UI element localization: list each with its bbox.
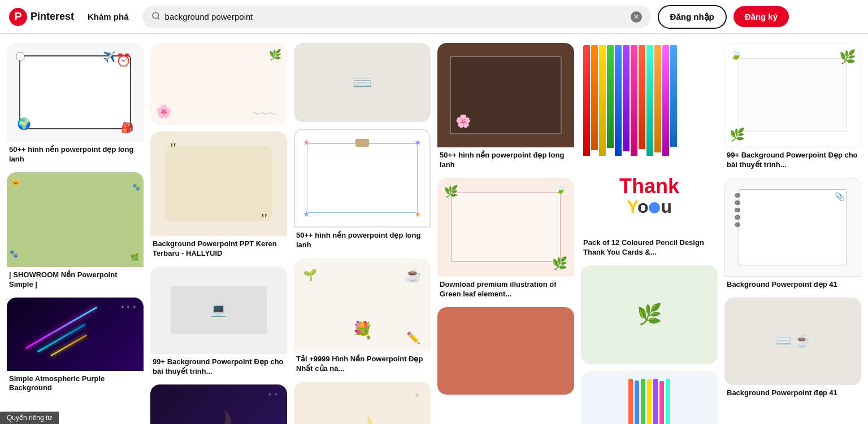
pin-card[interactable]: 🐱 🐾 🐾 🌿 | SHOWROOM Nền Powerpoint Simple…: [7, 172, 144, 291]
pin-caption: Tải +9999 Hình Nền Powerpoint Đẹp Nhất c…: [294, 351, 431, 375]
pin-caption: Pack of 12 Coloured Pencil Design Thank …: [581, 235, 718, 259]
login-button[interactable]: Đăng nhập: [658, 5, 727, 29]
pin-caption: 99+ Background Powerpoint Đẹp cho bài th…: [724, 147, 861, 171]
pin-card[interactable]: ⌨️ ☕ Background Powerpoint đẹp 41: [724, 298, 861, 399]
search-input[interactable]: [165, 12, 626, 21]
pin-caption: 50++ hình nền powerpoint đẹp long lanh: [294, 228, 431, 251]
pin-caption: 50++ hình nền powerpoint đẹp long lanh: [7, 142, 144, 165]
explore-link[interactable]: Khám phá: [81, 7, 136, 26]
pin-caption: Simple Atmospheric Purple Background: [7, 371, 144, 395]
pin-card[interactable]: ⏰ ✈️ 🌍 🎒 50++ hình nền powerpoint đẹp lo…: [7, 43, 144, 165]
pin-card[interactable]: 🌸 50++ hình nền powerpoint đẹp long lanh: [437, 43, 574, 171]
search-bar: ✕: [142, 6, 651, 28]
search-icon: [151, 11, 160, 23]
pin-card[interactable]: 📎 Background Powerpoint đẹp 41: [724, 178, 861, 291]
pinterest-logo[interactable]: P Pinterest: [9, 8, 74, 26]
pin-card[interactable]: 🌙 ✦ ✦✦: [294, 382, 431, 424]
pin-caption: | SHOWROOM Nền Powerpoint Simple |: [7, 267, 144, 291]
pin-card[interactable]: [437, 307, 574, 395]
svg-line-1: [158, 18, 159, 19]
pin-caption: 50++ hình nền powerpoint đẹp long lanh: [437, 147, 574, 171]
pin-card[interactable]: " " Background Powerpoint PPT Keren Terb…: [150, 132, 287, 260]
pinterest-icon: P: [9, 8, 27, 26]
pin-card[interactable]: ⌨️: [294, 43, 431, 122]
pin-caption: 99+ Background Powerpoint Đẹp cho bài th…: [150, 354, 287, 378]
pinterest-brand-name: Pinterest: [31, 11, 74, 23]
pin-grid: ⏰ ✈️ 🌍 🎒 50++ hình nền powerpoint đẹp lo…: [7, 43, 861, 424]
pin-card[interactable]: 🌿 🌿 🍃 99+ Background Powerpoint Đẹp cho …: [724, 43, 861, 171]
header: P Pinterest Khám phá ✕ Đăng nhập Đăng ký: [0, 0, 868, 34]
main-content: ⏰ ✈️ 🌍 🎒 50++ hình nền powerpoint đẹp lo…: [0, 34, 868, 424]
pin-caption: Background Powerpoint PPT Keren Terbaru …: [150, 236, 287, 260]
svg-point-0: [153, 12, 159, 19]
pin-card[interactable]: 💻 99+ Background Powerpoint Đẹp cho bài …: [150, 266, 287, 378]
pin-card[interactable]: [581, 371, 718, 424]
register-button[interactable]: Đăng ký: [734, 6, 789, 27]
pin-card[interactable]: 🌸 🌿 〜〜〜: [150, 43, 287, 125]
pin-card[interactable]: Thank You Pack of 12 Coloured Pencil Des…: [581, 43, 718, 259]
pin-card[interactable]: ✦ ✦ ✦ Simple Atmospheric Purple Backgrou…: [7, 298, 144, 395]
pin-caption: Background Powerpoint đẹp 41: [724, 277, 861, 291]
pin-caption: Download premium illustration of Green l…: [437, 277, 574, 300]
pin-card[interactable]: 💐 ☕ 🌱 ✏️ Tải +9999 Hình Nền Powerpoint Đ…: [294, 258, 431, 375]
pin-caption: Background Powerpoint đẹp 41: [724, 385, 861, 399]
pin-card[interactable]: 🌙 ✦ ✦: [150, 384, 287, 424]
clear-search-button[interactable]: ✕: [631, 11, 642, 23]
pin-card[interactable]: ★ ★ ★ ★ 50++ hình nền powerpoint đẹp lon…: [294, 129, 431, 251]
footer-privacy[interactable]: Quyền riêng tư: [0, 412, 59, 424]
pin-card[interactable]: 🌿 🌿 🍃 Download premium illustration of G…: [437, 178, 574, 300]
pin-card[interactable]: 🌿: [581, 265, 718, 364]
